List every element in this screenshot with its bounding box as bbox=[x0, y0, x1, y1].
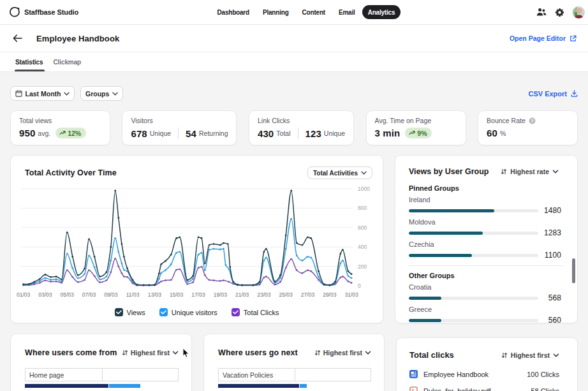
x-axis-tick-label: 31/03 bbox=[344, 291, 358, 298]
sort-label: Highest first bbox=[511, 351, 550, 359]
go-next-sort-control[interactable]: Highest first bbox=[314, 349, 371, 357]
brand: Staffbase Studio bbox=[9, 7, 78, 18]
data-point bbox=[77, 281, 79, 283]
group-bar-fill bbox=[409, 297, 441, 300]
data-point bbox=[213, 279, 215, 281]
total-clicks-title: Total clicks bbox=[409, 350, 454, 360]
activity-metric-dropdown[interactable]: Total Activities bbox=[307, 166, 372, 179]
sort-icon bbox=[501, 352, 508, 358]
group-name: Ireland bbox=[409, 196, 561, 204]
data-point bbox=[50, 279, 52, 281]
bar-segment-external bbox=[300, 384, 307, 388]
tab-clickmap[interactable]: Clickmap bbox=[53, 59, 81, 71]
data-point bbox=[263, 260, 265, 262]
data-point bbox=[170, 279, 172, 281]
data-point bbox=[132, 279, 134, 281]
data-point bbox=[285, 235, 287, 237]
trend-badge: 9% bbox=[405, 128, 432, 138]
checkbox-checked-icon[interactable] bbox=[115, 308, 123, 316]
data-point bbox=[265, 257, 267, 259]
data-point bbox=[160, 281, 162, 283]
kpi-unit: Total bbox=[276, 129, 290, 137]
legend-unique-visitors[interactable]: Unique visitors bbox=[159, 308, 217, 316]
data-point bbox=[209, 279, 210, 281]
groups-scrollbar[interactable] bbox=[572, 258, 575, 283]
data-point bbox=[179, 237, 180, 239]
data-point bbox=[307, 269, 309, 271]
data-point bbox=[88, 255, 90, 256]
come-from-bar bbox=[25, 384, 179, 388]
data-point bbox=[170, 254, 172, 256]
csv-export-link[interactable]: CSV Export bbox=[528, 90, 578, 98]
x-axis-tick-label: 01/03 bbox=[17, 291, 31, 298]
kpi-value: 430 bbox=[258, 128, 274, 139]
info-icon[interactable]: ? bbox=[529, 117, 536, 124]
calendar-icon bbox=[15, 90, 22, 97]
sort-icon bbox=[122, 350, 128, 356]
kpi-value: 678 bbox=[131, 128, 147, 139]
group-name: Croatia bbox=[409, 283, 561, 291]
open-page-editor-link[interactable]: Open Page Editor bbox=[510, 34, 577, 42]
checkbox-checked-icon[interactable] bbox=[159, 308, 168, 316]
nav-item-dashboard[interactable]: Dashboard bbox=[210, 6, 256, 18]
kpi-value: 54 bbox=[186, 128, 196, 139]
divider bbox=[178, 128, 179, 139]
data-point bbox=[223, 248, 224, 250]
group-row-czechia: Czechia1100 bbox=[409, 240, 561, 259]
data-point bbox=[88, 239, 90, 240]
column-divider bbox=[102, 369, 103, 381]
open-page-editor-label: Open Page Editor bbox=[510, 34, 566, 42]
data-point bbox=[158, 282, 160, 284]
data-point bbox=[328, 284, 330, 286]
data-point bbox=[302, 272, 304, 274]
nav-item-analytics[interactable]: Analytics bbox=[362, 5, 401, 19]
nav-item-planning[interactable]: Planning bbox=[256, 6, 295, 18]
x-axis-tick-label: 23/03 bbox=[257, 291, 271, 298]
group-value: 568 bbox=[543, 294, 561, 302]
data-point bbox=[187, 279, 189, 281]
data-point bbox=[265, 276, 267, 277]
kpi-label: Link Clicks bbox=[258, 117, 345, 124]
checkbox-checked-icon[interactable] bbox=[232, 308, 240, 316]
nav-item-email[interactable]: Email bbox=[332, 6, 362, 18]
legend-label: Total Clicks bbox=[244, 309, 279, 316]
data-point bbox=[274, 281, 276, 283]
click-row[interactable]: Rules_for_holiday.pdf58 Clicks bbox=[409, 387, 559, 391]
data-point bbox=[148, 284, 150, 286]
come-from-sort-control[interactable]: Highest first bbox=[122, 349, 179, 357]
data-point bbox=[227, 243, 229, 245]
data-point bbox=[66, 253, 68, 255]
total-clicks-sort-control[interactable]: Highest first bbox=[501, 351, 559, 359]
external-link-icon bbox=[570, 35, 577, 42]
data-point bbox=[88, 269, 90, 271]
data-point bbox=[351, 282, 353, 284]
back-button[interactable] bbox=[10, 31, 24, 45]
legend-total-clicks[interactable]: Total Clicks bbox=[232, 308, 279, 316]
data-point bbox=[237, 284, 239, 286]
group-row-moldova: Moldova1283 bbox=[409, 218, 561, 237]
legend-views[interactable]: Views bbox=[115, 308, 145, 316]
users-icon[interactable] bbox=[536, 8, 547, 17]
x-axis-tick-label: 21/03 bbox=[235, 291, 249, 298]
data-point bbox=[233, 281, 235, 283]
data-point bbox=[110, 246, 112, 248]
click-row[interactable]: Employee Handbook100 Clicks bbox=[409, 370, 559, 378]
kpi-row: Total views 950 avg. 12% Visitors 678 Un… bbox=[10, 110, 578, 145]
groups-dropdown[interactable]: Groups bbox=[80, 86, 123, 101]
data-point bbox=[158, 278, 160, 280]
data-point bbox=[39, 280, 41, 282]
user-avatar[interactable] bbox=[573, 6, 585, 18]
data-point bbox=[223, 242, 224, 244]
date-range-dropdown[interactable]: Last Month bbox=[10, 86, 75, 101]
nav-item-content[interactable]: Content bbox=[295, 6, 332, 18]
data-point bbox=[121, 272, 123, 274]
total-clicks-card: Total clicks Highest first Employee Hand… bbox=[396, 337, 578, 391]
groups-sort-control[interactable]: Highest rate bbox=[501, 168, 559, 175]
group-bar-fill bbox=[409, 319, 441, 322]
data-point bbox=[55, 276, 57, 277]
kpi-unit: Returning bbox=[199, 129, 228, 137]
groups-label: Groups bbox=[85, 90, 109, 98]
group-section-header: Other Groups bbox=[409, 272, 561, 279]
gear-icon[interactable] bbox=[555, 8, 564, 17]
tab-statistics[interactable]: Statistics bbox=[15, 59, 43, 71]
